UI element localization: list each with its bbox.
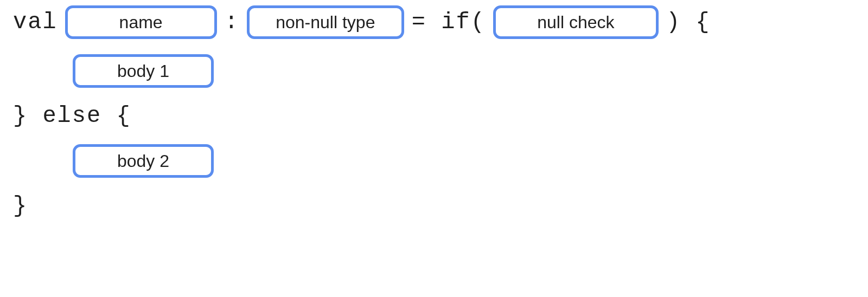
line-3: } else { <box>13 103 855 129</box>
token-close-brace: } <box>13 193 28 219</box>
slot-body-2: body 2 <box>73 144 214 178</box>
token-colon: : <box>225 9 239 35</box>
slot-body-1: body 1 <box>73 54 214 88</box>
token-paren-close-brace: ) { <box>666 9 711 35</box>
slot-name: name <box>65 5 217 39</box>
line-4: body 2 <box>13 144 855 178</box>
keyword-val: val <box>13 9 58 35</box>
slot-null-check: null check <box>493 5 659 39</box>
kotlin-null-check-diagram: val name : non-null type = if( null chec… <box>13 5 855 219</box>
token-equals-if: = if( <box>412 9 486 35</box>
line-5: } <box>13 193 855 219</box>
line-2: body 1 <box>13 54 855 88</box>
line-1: val name : non-null type = if( null chec… <box>13 5 855 39</box>
token-else: } else { <box>13 103 131 129</box>
slot-non-null-type: non-null type <box>247 5 404 39</box>
